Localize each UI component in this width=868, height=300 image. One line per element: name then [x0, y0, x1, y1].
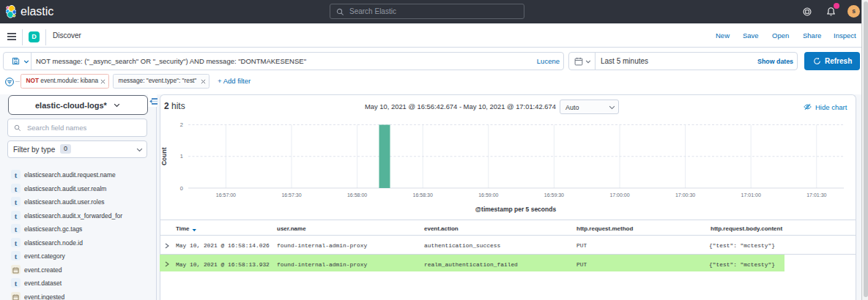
svg-text:17:00:00: 17:00:00 — [609, 192, 629, 198]
svg-text:16:58:30: 16:58:30 — [413, 192, 433, 198]
svg-text:17:01:00: 17:01:00 — [741, 192, 761, 198]
svg-text:16:57:30: 16:57:30 — [281, 192, 301, 198]
svg-text:17:00:30: 17:00:30 — [675, 192, 695, 198]
svg-text:16:59:00: 16:59:00 — [478, 192, 498, 198]
svg-text:16:59:30: 16:59:30 — [544, 192, 564, 198]
svg-text:0: 0 — [180, 185, 183, 192]
svg-text:16:58:00: 16:58:00 — [347, 192, 367, 198]
svg-text:17:01:30: 17:01:30 — [806, 192, 826, 198]
svg-text:1: 1 — [180, 153, 183, 160]
svg-text:16:57:00: 16:57:00 — [216, 192, 236, 198]
svg-text:@timestamp per 5 seconds: @timestamp per 5 seconds — [475, 206, 557, 213]
svg-text:2: 2 — [180, 121, 183, 128]
svg-text:Count: Count — [160, 147, 168, 165]
